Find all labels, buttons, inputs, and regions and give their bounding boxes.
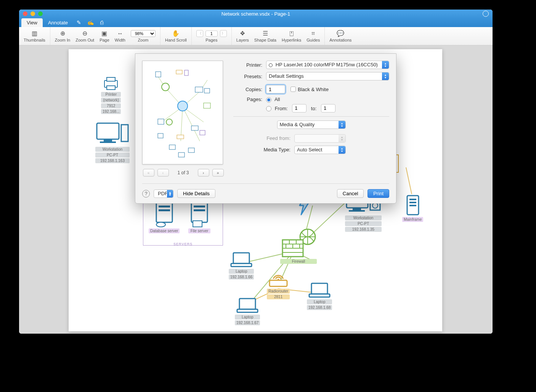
node-label: Database server xyxy=(149,228,180,233)
print-button[interactable]: Print xyxy=(367,189,389,198)
stamp-icon[interactable]: ✍ xyxy=(85,18,96,27)
node-laptop-2[interactable]: Laptop 192.168.1.67 xyxy=(235,297,260,325)
svg-rect-76 xyxy=(169,145,175,149)
pages-range-radio[interactable] xyxy=(266,106,271,111)
zoom-in-label: Zoom In xyxy=(55,38,70,42)
node-firewall[interactable]: Firewall xyxy=(280,228,317,264)
window-minimize-button[interactable] xyxy=(30,11,35,16)
feedback-icon[interactable] xyxy=(483,11,489,17)
node-label: Mainframe xyxy=(402,217,423,222)
node-mainframe[interactable]: Mainframe xyxy=(402,194,423,222)
page-next-button[interactable]: 〉 xyxy=(220,30,227,37)
preview-next-button[interactable]: › xyxy=(198,169,209,177)
media-type-label: Media Type: xyxy=(233,147,290,153)
thumbnails-label: Thumbnails xyxy=(24,38,45,42)
hand-scroll-button[interactable]: ✋Hand Scroll xyxy=(165,30,187,42)
svg-rect-45 xyxy=(270,280,287,286)
thumbnails-button[interactable]: ▥ Thumbnails xyxy=(24,30,45,42)
svg-line-6 xyxy=(406,167,412,194)
preview-prev-button[interactable]: ‹ xyxy=(157,169,169,177)
node-label: Workstation xyxy=(95,147,130,152)
app-window: Network scheme.vsdx - Page-1 View Annota… xyxy=(19,10,493,334)
tab-annotate[interactable]: Annotate xyxy=(43,18,73,27)
zoom-select[interactable]: 98% xyxy=(131,30,156,37)
toolbar: ▥ Thumbnails ⊕Zoom In ⊖Zoom Out ▣Page ↔W… xyxy=(19,27,493,45)
annotations-button[interactable]: 💬Annotations xyxy=(329,30,351,42)
svg-rect-10 xyxy=(107,77,115,81)
window-zoom-button[interactable] xyxy=(38,11,43,16)
pages-all-radio[interactable] xyxy=(266,97,271,103)
fit-page-button[interactable]: ▣Page xyxy=(99,30,109,42)
svg-rect-28 xyxy=(349,210,365,212)
pages-label: Pages xyxy=(205,38,217,42)
copies-input[interactable] xyxy=(266,85,285,93)
preview-last-button[interactable]: » xyxy=(212,169,224,177)
pdf-label: PDF xyxy=(158,191,168,196)
hyperlinks-button[interactable]: ⍞Hyperlinks xyxy=(282,30,301,42)
node-printer[interactable]: Printer (network) 7912 192.168... xyxy=(101,76,121,114)
node-label: Radiorouter xyxy=(267,289,290,294)
workstation-icon xyxy=(95,122,130,146)
page-number-input[interactable] xyxy=(205,31,218,37)
shape-data-label: Shape Data xyxy=(254,38,276,42)
presets-label: Presets: xyxy=(233,74,262,79)
node-ip: 192.168.1.163 xyxy=(95,158,130,163)
print-icon[interactable]: ⎙ xyxy=(96,18,108,27)
pages-from-input[interactable] xyxy=(292,104,307,112)
laptop-icon xyxy=(229,251,253,268)
node-label: Laptop xyxy=(229,269,254,274)
help-button[interactable]: ? xyxy=(142,190,150,198)
node-laptop-3[interactable]: Laptop 192.168.1.68 xyxy=(307,282,332,310)
feed-from-select[interactable] xyxy=(294,134,346,143)
node-ip: 192.168.1.68 xyxy=(307,305,332,310)
hand-scroll-label: Hand Scroll xyxy=(165,38,187,42)
svg-rect-23 xyxy=(194,206,205,207)
svg-rect-11 xyxy=(107,86,115,90)
node-radiorouter[interactable]: Radiorouter 2811 xyxy=(267,270,290,299)
svg-rect-64 xyxy=(185,70,188,76)
tab-view[interactable]: View xyxy=(21,18,43,27)
guides-button[interactable]: ⌗Guides xyxy=(307,30,320,42)
svg-rect-63 xyxy=(176,70,182,74)
cancel-button[interactable]: Cancel xyxy=(337,189,364,198)
pdf-menu[interactable]: PDF▾ xyxy=(154,190,173,198)
guides-icon: ⌗ xyxy=(310,30,317,37)
node-ip: 192.168.1.35 xyxy=(345,227,382,232)
signature-icon[interactable]: ✎ xyxy=(73,18,85,27)
printer-status-icon xyxy=(269,63,273,67)
pages-to-input[interactable] xyxy=(321,104,335,112)
svg-rect-18 xyxy=(159,206,170,207)
layers-button[interactable]: ❖Layers xyxy=(236,30,249,42)
svg-rect-69 xyxy=(204,103,210,108)
presets-value: Default Settings xyxy=(269,73,304,79)
svg-rect-77 xyxy=(188,148,194,153)
window-close-button[interactable] xyxy=(23,11,27,16)
zoom-in-button[interactable]: ⊕Zoom In xyxy=(55,30,70,42)
bw-checkbox[interactable] xyxy=(290,87,296,92)
hide-details-button[interactable]: Hide Details xyxy=(177,189,215,198)
media-type-select[interactable]: Auto Select xyxy=(294,146,346,154)
printer-select[interactable]: HP LaserJet 100 colorMFP M175nw (16CC50) xyxy=(266,61,389,69)
svg-rect-52 xyxy=(309,294,330,297)
section-select[interactable]: Media & Quality xyxy=(277,120,346,129)
svg-rect-12 xyxy=(97,123,119,139)
node-sub: PC-PT xyxy=(95,153,130,157)
svg-rect-74 xyxy=(158,133,163,138)
svg-rect-33 xyxy=(409,202,416,203)
shape-data-icon: ☰ xyxy=(262,30,269,37)
pages-from-label: From: xyxy=(275,105,288,111)
page-prev-button[interactable]: 〈 xyxy=(196,30,203,37)
svg-line-59 xyxy=(183,107,200,141)
print-preview: « ‹ 1 of 3 › » xyxy=(142,61,224,177)
preview-first-button[interactable]: « xyxy=(143,169,154,177)
svg-rect-72 xyxy=(191,126,198,130)
node-workstation-1[interactable]: Workstation PC-PT 192.168.1.163 xyxy=(95,122,130,163)
zoom-out-button[interactable]: ⊖Zoom Out xyxy=(75,30,94,42)
fit-width-button[interactable]: ↔Width xyxy=(115,30,125,42)
presets-select[interactable]: Default Settings xyxy=(266,72,389,80)
svg-rect-51 xyxy=(311,283,327,294)
servers-caption: SERVERS xyxy=(143,242,223,246)
svg-rect-24 xyxy=(194,209,205,211)
node-laptop-1[interactable]: Laptop 192.168.1.66 xyxy=(229,251,254,280)
shape-data-button[interactable]: ☰Shape Data xyxy=(254,30,276,42)
